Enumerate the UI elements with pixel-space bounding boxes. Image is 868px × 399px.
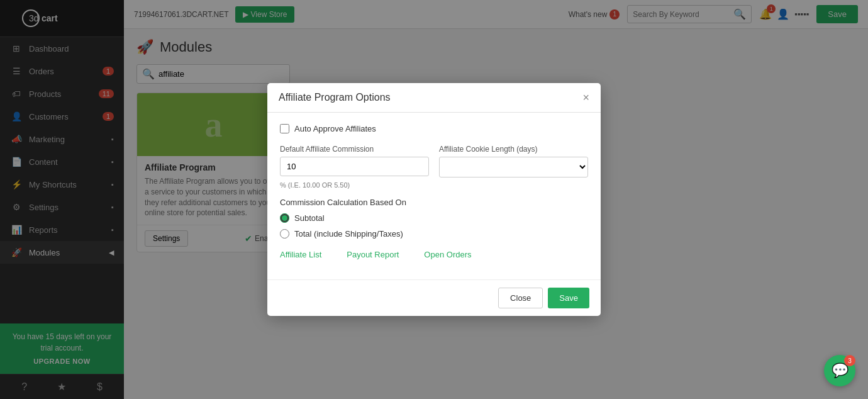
modal-save-button[interactable]: Save xyxy=(548,288,589,308)
cookie-select[interactable]: 7 14 30 xyxy=(439,157,588,177)
auto-approve-label[interactable]: Auto Approve Affiliates xyxy=(294,124,376,133)
modal-close-x-button[interactable]: × xyxy=(582,92,589,103)
modal-title: Affiliate Program Options xyxy=(279,92,391,103)
open-orders-link[interactable]: Open Orders xyxy=(424,250,471,259)
total-radio-row: Total (include Shipping/Taxes) xyxy=(280,229,588,239)
commission-cookie-row: Default Affiliate Commission Affiliate C… xyxy=(280,145,588,177)
modal-links: Affiliate List Payout Report Open Orders xyxy=(280,250,588,259)
commission-group: Default Affiliate Commission xyxy=(280,145,429,177)
commission-label: Default Affiliate Commission xyxy=(280,145,429,154)
calculation-radio-group: Subtotal Total (include Shipping/Taxes) xyxy=(280,213,588,239)
auto-approve-row: Auto Approve Affiliates xyxy=(280,124,588,133)
cookie-label: Affiliate Cookie Length (days) xyxy=(439,145,588,154)
modal-footer: Close Save xyxy=(267,279,601,316)
subtotal-radio[interactable] xyxy=(280,213,289,223)
payout-report-link[interactable]: Payout Report xyxy=(347,250,399,259)
chat-badge: 3 xyxy=(844,355,855,366)
chat-bubble[interactable]: 💬 3 xyxy=(824,355,855,386)
modal-body: Auto Approve Affiliates Default Affiliat… xyxy=(267,113,601,279)
modal-close-button[interactable]: Close xyxy=(498,288,543,308)
modal-overlay[interactable]: Affiliate Program Options × Auto Approve… xyxy=(0,0,868,399)
affiliate-list-link[interactable]: Affiliate List xyxy=(280,250,321,259)
auto-approve-checkbox[interactable] xyxy=(280,124,289,133)
total-label[interactable]: Total (include Shipping/Taxes) xyxy=(294,229,403,239)
commission-hint: % (I.E. 10.00 OR 5.50) xyxy=(280,181,588,189)
affiliate-options-modal: Affiliate Program Options × Auto Approve… xyxy=(267,83,601,316)
total-radio[interactable] xyxy=(280,229,289,239)
modal-header: Affiliate Program Options × xyxy=(267,83,601,113)
commission-input[interactable] xyxy=(280,157,429,176)
subtotal-radio-row: Subtotal xyxy=(280,213,588,223)
subtotal-label[interactable]: Subtotal xyxy=(294,213,325,223)
cookie-group: Affiliate Cookie Length (days) 7 14 30 xyxy=(439,145,588,177)
calculation-label: Commission Calculation Based On xyxy=(280,198,588,207)
